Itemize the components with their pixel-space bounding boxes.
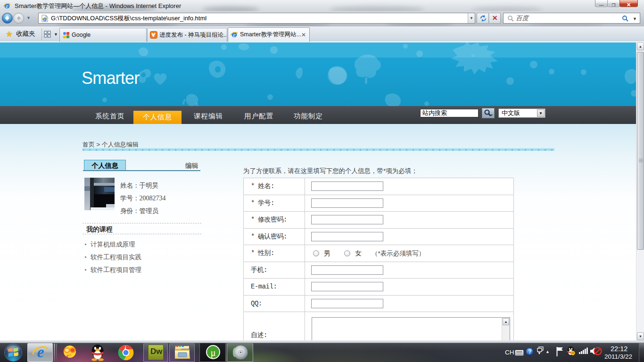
svg-text:μ: μ	[211, 347, 216, 358]
